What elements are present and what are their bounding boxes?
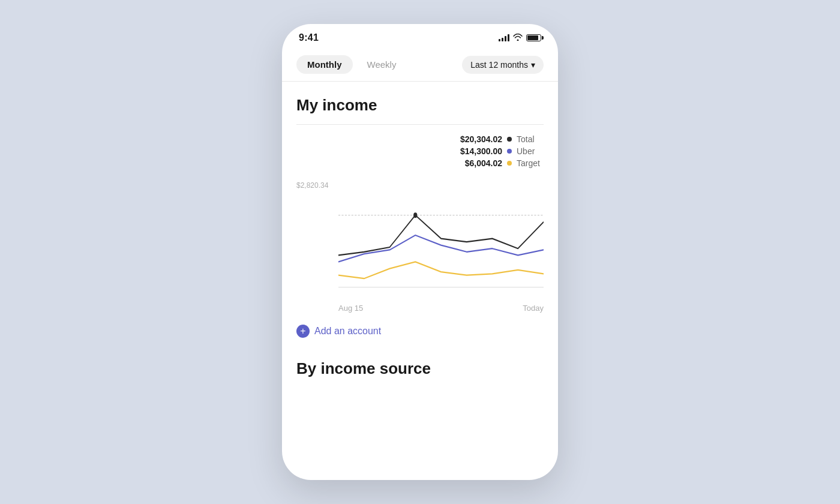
weekly-tab[interactable]: Weekly [356,55,407,74]
legend-uber: $14,300.00 Uber [448,146,544,156]
target-label: Target [517,158,544,168]
uber-label: Uber [517,146,544,156]
status-icons [499,34,541,43]
svg-point-2 [413,212,417,218]
chevron-down-icon: ▾ [531,60,535,70]
income-chart: $2,820.34 [296,175,544,295]
wifi-icon [513,34,523,43]
x-axis-start: Aug 15 [338,304,363,313]
uber-value: $14,300.00 [448,146,502,156]
total-value: $20,304.02 [448,134,502,144]
legend-target: $6,004.02 Target [448,158,544,168]
target-value: $6,004.02 [448,158,502,168]
add-account-icon: + [296,325,310,338]
target-dot [507,161,512,166]
y-axis-label: $2,820.34 [296,181,328,190]
section-divider [296,124,544,125]
view-toggle: Monthly Weekly [296,55,407,74]
legend-total: $20,304.02 Total [448,134,544,144]
add-account-label: Add an account [314,326,381,337]
income-section: My income $20,304.02 Total $14,300.00 Ub… [282,82,558,313]
total-label: Total [517,134,544,144]
monthly-tab[interactable]: Monthly [296,55,353,74]
chart-legend: $20,304.02 Total $14,300.00 Uber $6,004.… [296,134,544,170]
content-scroll[interactable]: Monthly Weekly Last 12 months ▾ My incom… [282,48,558,480]
tab-bar: Monthly Weekly Last 12 months ▾ [282,48,558,82]
total-dot [507,137,512,142]
add-account-row[interactable]: + Add an account [282,313,558,350]
uber-dot [507,149,512,154]
status-time: 9:41 [299,32,319,43]
x-axis-end: Today [523,304,544,313]
signal-icon [499,34,509,41]
chart-svg [338,175,544,295]
battery-icon [526,34,541,41]
by-income-section: By income source [282,350,558,392]
income-title: My income [296,96,544,115]
period-label: Last 12 months [470,60,528,70]
period-selector[interactable]: Last 12 months ▾ [462,56,544,74]
by-income-title: By income source [296,359,544,378]
x-axis-labels: Aug 15 Today [296,300,544,313]
phone-frame: 9:41 Monthly [282,24,558,480]
status-bar: 9:41 [282,24,558,48]
